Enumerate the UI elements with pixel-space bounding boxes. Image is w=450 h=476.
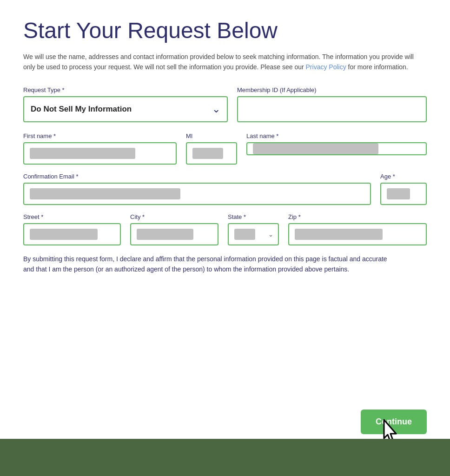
street-group: Street * [23,213,121,245]
request-type-label: Request Type * [23,86,228,93]
age-input[interactable] [380,183,427,205]
email-placeholder [30,188,180,199]
mi-label: MI [186,132,237,139]
request-type-select[interactable]: Do Not Sell My Information ⌄ [23,96,228,122]
state-label: State * [228,213,279,220]
state-chevron-icon: ⌄ [268,231,273,238]
street-placeholder [30,229,98,240]
request-type-value: Do Not Sell My Information [31,105,212,114]
zip-label: Zip * [288,213,427,220]
request-type-group: Request Type * Do Not Sell My Informatio… [23,86,228,122]
email-group: Confirmation Email * [23,173,371,205]
membership-id-label: Membership ID (If Applicable) [237,86,427,93]
page-container: Start Your Request Below We will use the… [0,0,450,274]
street-input[interactable] [23,223,121,245]
city-input[interactable] [130,223,218,245]
age-label: Age * [380,173,427,180]
mi-placeholder [192,148,223,159]
last-name-input[interactable] [246,142,427,155]
membership-id-group: Membership ID (If Applicable) [237,86,427,122]
age-placeholder [387,188,410,199]
street-label: Street * [23,213,121,220]
last-name-group: Last name * [246,132,427,155]
zip-input[interactable] [288,223,427,245]
form-row-1: Request Type * Do Not Sell My Informatio… [23,86,427,122]
last-name-label: Last name * [246,132,427,139]
first-name-input[interactable] [23,142,177,165]
page-description: We will use the name, addresses and cont… [23,52,423,73]
mi-group: MI [186,132,237,165]
state-select-wrapper: ⌄ [228,223,279,245]
state-placeholder [234,229,255,240]
form-section: Request Type * Do Not Sell My Informatio… [23,86,427,275]
chevron-down-icon: ⌄ [212,103,220,115]
city-label: City * [130,213,218,220]
first-name-placeholder [30,148,135,159]
zip-placeholder [295,229,383,240]
first-name-group: First name * [23,132,177,165]
first-name-label: First name * [23,132,177,139]
state-group: State * ⌄ [228,213,279,245]
state-select[interactable]: ⌄ [228,223,279,245]
zip-group: Zip * [288,213,427,245]
city-group: City * [130,213,218,245]
disclaimer-text: By submitting this request form, I decla… [23,254,395,275]
footer-bar [0,439,450,476]
privacy-policy-link[interactable]: Privacy Policy [306,63,346,71]
continue-button[interactable]: Continue [361,410,427,434]
form-row-3: Confirmation Email * Age * [23,173,427,205]
age-group: Age * [380,173,427,205]
form-row-2: First name * MI Last name * [23,132,427,165]
last-name-placeholder [253,143,378,154]
city-placeholder [137,229,193,240]
form-row-4: Street * City * State * ⌄ [23,213,427,245]
membership-id-input[interactable] [237,96,427,122]
email-label: Confirmation Email * [23,173,371,180]
description-text-2: for more information. [346,63,408,71]
mi-input[interactable] [186,142,237,165]
email-input[interactable] [23,183,371,205]
page-title: Start Your Request Below [23,19,427,43]
